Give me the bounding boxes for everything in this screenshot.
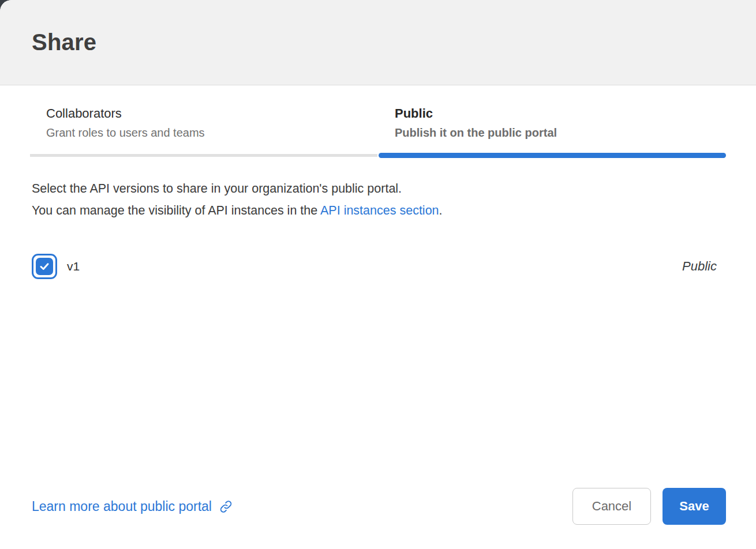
version-row: v1 Public bbox=[32, 254, 717, 279]
learn-more-link[interactable]: Learn more about public portal bbox=[32, 499, 233, 525]
dialog-footer: Learn more about public portal Cancel Sa… bbox=[0, 488, 756, 549]
tab-collaborators-label: Collaborators bbox=[46, 106, 377, 121]
intro-line1: Select the API versions to share in your… bbox=[32, 182, 402, 195]
checkbox-checked-fill bbox=[36, 258, 53, 275]
intro-line2-prefix: You can manage the visibility of API ins… bbox=[32, 204, 320, 217]
version-name: v1 bbox=[67, 260, 80, 273]
dialog-header: Share bbox=[0, 0, 756, 85]
action-buttons: Cancel Save bbox=[572, 488, 726, 525]
tab-collaborators[interactable]: Collaborators Grant roles to users and t… bbox=[30, 85, 377, 161]
tab-bar: Collaborators Grant roles to users and t… bbox=[0, 85, 756, 161]
api-instances-link[interactable]: API instances section bbox=[320, 204, 439, 217]
link-icon bbox=[219, 499, 233, 514]
intro-text: Select the API versions to share in your… bbox=[32, 178, 717, 221]
checkmark-icon bbox=[39, 261, 50, 272]
tab-collaborators-description: Grant roles to users and teams bbox=[46, 126, 377, 140]
save-button[interactable]: Save bbox=[663, 488, 726, 525]
learn-more-label: Learn more about public portal bbox=[32, 499, 212, 514]
cancel-button[interactable]: Cancel bbox=[572, 488, 651, 525]
share-dialog: Share Collaborators Grant roles to users… bbox=[0, 0, 756, 549]
intro-line2-suffix: . bbox=[439, 204, 443, 217]
version-visibility-status: Public bbox=[682, 259, 717, 274]
dialog-body: Select the API versions to share in your… bbox=[0, 161, 756, 488]
tab-public-label: Public bbox=[395, 106, 726, 121]
version-checkbox[interactable] bbox=[32, 254, 57, 279]
tab-collaborators-underline bbox=[30, 154, 377, 157]
dialog-title: Share bbox=[32, 29, 96, 55]
tab-public[interactable]: Public Publish it on the public portal bbox=[379, 85, 726, 161]
tab-public-underline bbox=[379, 153, 726, 158]
tab-public-description: Publish it on the public portal bbox=[395, 126, 726, 140]
